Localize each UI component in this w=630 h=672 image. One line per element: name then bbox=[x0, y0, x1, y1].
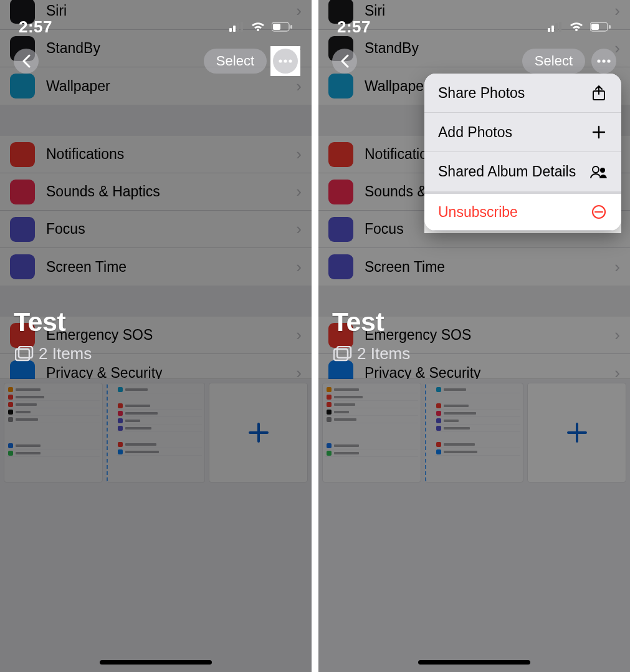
svg-rect-13 bbox=[551, 26, 554, 32]
album-title: Test bbox=[14, 307, 65, 337]
status-bar: 2:57 bbox=[318, 0, 630, 32]
minus-circle-icon bbox=[590, 204, 608, 219]
cellular-signal-icon bbox=[229, 22, 244, 32]
row-label: Notifications bbox=[46, 146, 296, 163]
top-controls: Select bbox=[0, 49, 312, 74]
items-count-label: 2 Items bbox=[357, 344, 410, 363]
svg-rect-14 bbox=[555, 23, 558, 32]
add-photo-tile[interactable] bbox=[209, 383, 308, 482]
row-label: Screen Time bbox=[46, 259, 296, 276]
share-icon bbox=[590, 85, 608, 101]
top-controls: Select bbox=[318, 49, 630, 74]
add-photo-tile[interactable] bbox=[527, 383, 626, 482]
settings-row-notifications[interactable]: Notifications› bbox=[0, 136, 312, 173]
plus-icon bbox=[246, 420, 271, 445]
settings-row-focus[interactable]: Focus› bbox=[0, 211, 312, 248]
ellipsis-icon bbox=[279, 59, 292, 63]
svg-rect-22 bbox=[334, 349, 348, 360]
svg-rect-1 bbox=[233, 26, 236, 32]
svg-rect-18 bbox=[609, 25, 611, 29]
battery-icon bbox=[590, 22, 611, 32]
svg-rect-0 bbox=[229, 28, 232, 32]
home-indicator[interactable] bbox=[418, 660, 530, 665]
select-label: Select bbox=[535, 53, 573, 69]
row-label: Focus bbox=[46, 221, 296, 238]
album-title: Test bbox=[332, 307, 384, 337]
cellular-signal-icon bbox=[548, 22, 563, 32]
svg-point-19 bbox=[597, 59, 600, 62]
svg-point-21 bbox=[607, 59, 610, 62]
chevron-left-icon bbox=[22, 54, 31, 68]
svg-rect-10 bbox=[16, 349, 29, 360]
settings-row-screentime[interactable]: Screen Time› bbox=[0, 248, 312, 286]
more-button[interactable] bbox=[591, 49, 616, 74]
chevron-right-icon: › bbox=[296, 219, 302, 239]
album-thumbnails bbox=[318, 379, 630, 672]
items-count-label: 2 Items bbox=[39, 344, 92, 363]
svg-point-25 bbox=[593, 166, 599, 173]
chevron-right-icon: › bbox=[296, 325, 302, 345]
wifi-icon bbox=[251, 21, 265, 32]
status-time: 2:57 bbox=[337, 17, 371, 37]
svg-rect-15 bbox=[559, 22, 561, 32]
album-subtitle: 2 Items bbox=[333, 344, 410, 363]
screenshot-left: Siri› StandBy› Wallpaper› Notifications›… bbox=[0, 0, 312, 672]
svg-rect-3 bbox=[241, 22, 243, 32]
thumbnail-2[interactable] bbox=[425, 383, 524, 482]
photos-stack-icon bbox=[15, 346, 34, 362]
svg-rect-2 bbox=[237, 23, 239, 32]
back-button[interactable] bbox=[332, 49, 357, 74]
svg-point-26 bbox=[600, 168, 605, 173]
home-indicator[interactable] bbox=[100, 660, 212, 665]
menu-label: Shared Album Details bbox=[438, 163, 576, 180]
settings-row-sounds[interactable]: Sounds & Haptics› bbox=[0, 173, 312, 211]
menu-label: Unsubscribe bbox=[438, 204, 518, 221]
menu-unsubscribe[interactable]: Unsubscribe bbox=[424, 191, 621, 231]
select-label: Select bbox=[216, 53, 254, 69]
svg-rect-6 bbox=[290, 25, 292, 29]
chevron-right-icon: › bbox=[296, 145, 302, 164]
row-label: Sounds & Haptics bbox=[46, 183, 296, 200]
svg-rect-12 bbox=[548, 28, 550, 32]
menu-album-details[interactable]: Shared Album Details bbox=[424, 152, 621, 191]
svg-point-9 bbox=[289, 59, 292, 62]
svg-rect-5 bbox=[273, 24, 280, 30]
ellipsis-icon bbox=[597, 59, 611, 63]
row-label: Wallpaper bbox=[46, 78, 296, 95]
back-button[interactable] bbox=[14, 49, 39, 74]
thumbnail-2[interactable] bbox=[107, 383, 206, 482]
select-button[interactable]: Select bbox=[204, 49, 267, 74]
chevron-right-icon: › bbox=[296, 257, 302, 277]
svg-point-8 bbox=[284, 59, 287, 62]
menu-add-photos[interactable]: Add Photos bbox=[424, 113, 621, 152]
screenshot-right: Siri› StandBy› Wallpaper› Notifications›… bbox=[318, 0, 630, 672]
menu-label: Share Photos bbox=[438, 85, 525, 102]
album-thumbnails bbox=[0, 379, 312, 672]
svg-rect-23 bbox=[337, 347, 351, 358]
status-bar: 2:57 bbox=[0, 0, 312, 32]
chevron-left-icon bbox=[340, 54, 349, 68]
thumbnail-1[interactable] bbox=[4, 383, 103, 482]
context-menu: Share Photos Add Photos Shared Album Det… bbox=[424, 74, 621, 231]
people-icon bbox=[590, 165, 608, 179]
settings-row-screentime[interactable]: Screen Time› bbox=[318, 248, 630, 286]
menu-share-photos[interactable]: Share Photos bbox=[424, 74, 621, 113]
plus-icon bbox=[590, 125, 608, 140]
album-subtitle: 2 Items bbox=[15, 344, 92, 363]
thumbnail-1[interactable] bbox=[322, 383, 421, 482]
svg-rect-17 bbox=[591, 24, 599, 30]
battery-icon bbox=[272, 22, 293, 32]
photos-stack-icon bbox=[333, 346, 352, 362]
chevron-right-icon: › bbox=[296, 182, 302, 201]
more-button[interactable] bbox=[273, 49, 298, 74]
svg-point-20 bbox=[602, 59, 605, 62]
select-button[interactable]: Select bbox=[522, 49, 585, 74]
chevron-right-icon: › bbox=[296, 77, 302, 96]
status-time: 2:57 bbox=[19, 17, 52, 37]
wifi-icon bbox=[569, 21, 584, 32]
menu-label: Add Photos bbox=[438, 124, 512, 141]
svg-rect-11 bbox=[19, 347, 32, 358]
row-label: Emergency SOS bbox=[46, 327, 296, 343]
svg-point-7 bbox=[279, 59, 282, 62]
plus-icon bbox=[565, 420, 589, 445]
